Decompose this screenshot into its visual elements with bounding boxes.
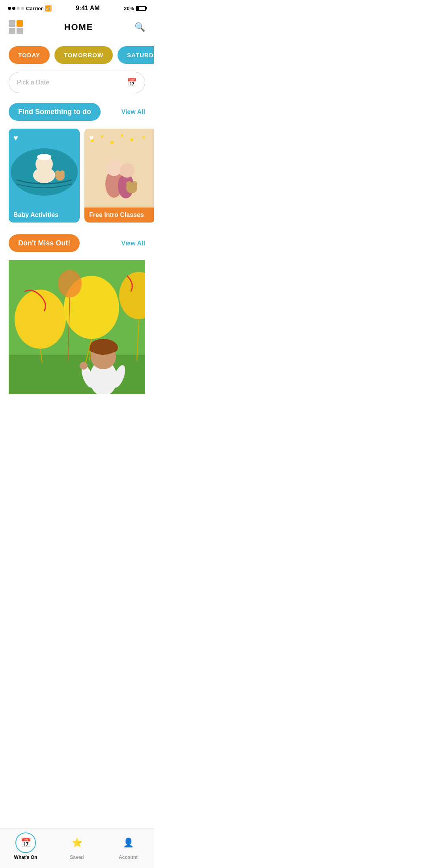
- svg-point-33: [15, 290, 66, 349]
- battery-percent: 20%: [124, 6, 134, 11]
- account-label: Account: [119, 855, 138, 860]
- svg-point-17: [110, 141, 114, 144]
- svg-point-39: [58, 270, 82, 297]
- activity-cards-row: ♥ Baby Activities: [0, 129, 154, 234]
- whats-on-icon: 📅: [21, 838, 31, 848]
- signal-dot-2: [12, 7, 15, 10]
- find-section-title: Find Something to do: [9, 103, 101, 121]
- svg-point-16: [101, 135, 103, 138]
- carrier-label: Carrier: [26, 6, 43, 11]
- whats-on-label: What's On: [14, 855, 37, 860]
- card-free-intro[interactable]: ♥ Free Intro Classes: [84, 129, 154, 223]
- find-view-all[interactable]: View All: [121, 108, 145, 116]
- tab-tomorrow[interactable]: TOMORROW: [54, 46, 113, 64]
- card-label-intro: Free Intro Classes: [84, 208, 154, 223]
- bottom-nav: 📅 What's On ⭐ Saved 👤 Account: [0, 828, 154, 868]
- dont-miss-section-header: Don't Miss Out! View All: [0, 234, 154, 260]
- svg-rect-32: [9, 355, 145, 394]
- tab-saturday[interactable]: SATURDAY: [118, 46, 154, 64]
- status-right: 20%: [124, 6, 146, 11]
- nav-whats-on[interactable]: 📅 What's On: [10, 832, 41, 860]
- card-heart-baby[interactable]: ♥: [13, 133, 18, 142]
- grid-logo-icon[interactable]: [9, 20, 23, 34]
- status-bar: Carrier 📶 9:41 AM 20%: [0, 0, 154, 14]
- svg-point-23: [132, 181, 137, 187]
- date-picker-placeholder: Pick a Date: [17, 79, 49, 86]
- find-section-header: Find Something to do View All: [0, 103, 154, 129]
- page-title: HOME: [64, 22, 93, 32]
- date-picker-wrap: Pick a Date 📅: [0, 72, 154, 103]
- dont-miss-title: Don't Miss Out!: [9, 234, 80, 252]
- nav-account[interactable]: 👤 Account: [112, 832, 144, 860]
- signal-dot-4: [21, 7, 24, 10]
- dont-miss-view-all[interactable]: View All: [121, 240, 145, 247]
- svg-point-8: [60, 170, 65, 175]
- signal-dots: [8, 7, 24, 10]
- tab-today[interactable]: TODAY: [9, 46, 50, 64]
- svg-point-51: [80, 362, 88, 370]
- time-display: 9:41 AM: [76, 5, 100, 12]
- balloon-scene[interactable]: [9, 260, 145, 394]
- date-picker[interactable]: Pick a Date 📅: [9, 72, 145, 93]
- saved-label: Saved: [70, 855, 84, 860]
- status-left: Carrier 📶: [8, 5, 52, 11]
- day-tabs-row: TODAY TOMORROW SATURDAY SUNDA...: [0, 42, 154, 72]
- svg-point-12: [106, 160, 122, 176]
- svg-point-20: [142, 136, 145, 138]
- signal-dot-1: [8, 7, 11, 10]
- svg-point-18: [121, 135, 123, 137]
- card-heart-intro[interactable]: ♥: [89, 133, 94, 142]
- svg-point-14: [120, 163, 134, 178]
- wifi-icon: 📶: [45, 5, 52, 11]
- account-icon-wrap: 👤: [118, 832, 138, 853]
- account-icon: 👤: [123, 838, 134, 848]
- search-icon[interactable]: 🔍: [135, 22, 145, 32]
- card-baby-activities[interactable]: ♥ Baby Activities: [9, 129, 80, 223]
- header: HOME 🔍: [0, 14, 154, 42]
- saved-icon-wrap: ⭐: [67, 832, 87, 853]
- svg-point-19: [130, 138, 133, 141]
- battery-bar: [136, 6, 146, 11]
- battery-fill: [136, 7, 139, 10]
- saved-icon: ⭐: [72, 838, 82, 848]
- card-label-baby: Baby Activities: [9, 208, 80, 223]
- svg-point-5: [42, 154, 47, 159]
- svg-point-22: [126, 181, 132, 187]
- svg-point-7: [55, 170, 60, 175]
- signal-dot-3: [17, 7, 20, 10]
- whats-on-icon-wrap: 📅: [15, 832, 36, 853]
- calendar-icon: 📅: [127, 78, 137, 87]
- svg-point-48: [99, 340, 107, 348]
- nav-saved[interactable]: ⭐ Saved: [61, 832, 93, 860]
- feature-image-section: [0, 260, 154, 402]
